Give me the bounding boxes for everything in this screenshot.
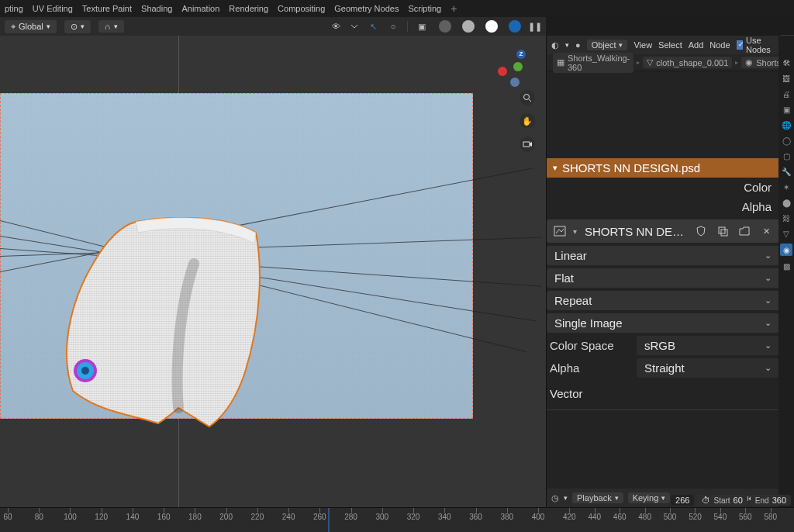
axis-x-icon[interactable] — [498, 67, 507, 76]
particle-tab-icon[interactable]: ✶ — [781, 181, 792, 192]
shading-wireframe-icon[interactable] — [439, 20, 451, 33]
crumb-data[interactable]: ▽ cloth_shape_0.001 — [643, 57, 732, 68]
source-dropdown[interactable]: Single Image⌄ — [547, 313, 779, 333]
menu-select[interactable]: Select — [658, 40, 682, 50]
world-tab-icon[interactable]: ◯ — [781, 135, 792, 146]
unlink-x-icon[interactable]: ✕ — [758, 223, 775, 240]
image-texture-node[interactable]: ▾ SHORTS NN DESIGN.psd Color Alpha ▾ SHO… — [547, 158, 779, 410]
tool-tab-icon[interactable]: 🛠 — [781, 57, 792, 68]
dropdown-arrow-icon[interactable] — [350, 22, 359, 31]
axis-y-icon[interactable] — [513, 62, 523, 71]
constraint-tab-icon[interactable]: ⛓ — [781, 212, 792, 223]
image-name-field[interactable]: SHORTS NN DE… — [582, 225, 688, 238]
workspace-tab[interactable]: Scripting — [408, 4, 441, 13]
gizmo-toggle-icon[interactable]: ↖ — [367, 20, 379, 33]
nav-gizmo[interactable]: Z — [495, 48, 533, 87]
workspace-tab[interactable]: Compositing — [278, 4, 325, 13]
copy-id-icon[interactable] — [714, 223, 731, 240]
material-globe-icon[interactable]: ● — [575, 39, 581, 51]
current-frame-chip[interactable]: 266 — [671, 495, 694, 506]
timeline[interactable]: 6080100120140160180200220240260280300320… — [0, 507, 794, 532]
orientation-dropdown[interactable]: ⌖ Global ▾ — [5, 20, 57, 33]
ruler-tick: 420 — [563, 513, 576, 521]
pan-hand-icon[interactable]: ✋ — [520, 113, 535, 129]
camera-view-icon[interactable] — [520, 136, 535, 152]
ruler-tick: 120 — [95, 513, 108, 521]
workspace-tab[interactable]: Animation — [181, 4, 219, 13]
data-tab-icon[interactable]: ▽ — [781, 228, 792, 239]
shading-matpreview-icon[interactable] — [485, 20, 498, 33]
end-value: 360 — [772, 496, 786, 505]
menu-add[interactable]: Add — [689, 40, 704, 50]
output-tab-icon[interactable]: 🖨 — [781, 88, 792, 99]
workspace-tab[interactable]: pting — [5, 4, 23, 13]
chevron-down-icon[interactable]: ▾ — [573, 227, 577, 236]
alpha-dropdown[interactable]: Straight⌄ — [637, 358, 779, 378]
editor-type-icon[interactable]: ◐ — [551, 39, 559, 51]
material-tab-icon[interactable]: ◉ — [780, 244, 792, 256]
pivot-dropdown[interactable]: ⊙ ▾ — [64, 20, 91, 33]
scene-tab-icon[interactable]: 🌐 — [781, 119, 792, 130]
workspace-tab[interactable]: Geometry Nodes — [334, 4, 399, 13]
viewport-3d[interactable]: Options ˅ — [0, 36, 546, 507]
pause-render-icon[interactable]: ❚❚ — [529, 20, 541, 33]
interpolation-dropdown[interactable]: Linear⌄ — [547, 246, 779, 265]
timeline-ruler-left[interactable]: 6080100120140160180200220240260280300320… — [0, 508, 546, 532]
ruler-tick: 200 — [219, 513, 233, 521]
ruler-tick: 520 — [689, 513, 702, 521]
collapse-chevron-icon[interactable]: ▾ — [553, 163, 558, 173]
mesh-shorts[interactable] — [62, 217, 264, 434]
node-output-color[interactable]: Color — [547, 178, 779, 197]
axis-z-icon[interactable]: Z — [516, 50, 526, 59]
texture-tab-icon[interactable]: ▩ — [781, 261, 792, 271]
zoom-icon[interactable] — [520, 90, 535, 105]
node-output-alpha[interactable]: Alpha — [547, 197, 779, 216]
visibility-eye-icon[interactable]: 👁 — [330, 20, 342, 33]
modifier-tab-icon[interactable]: 🔧 — [781, 166, 792, 177]
chevron-down-icon[interactable]: ▾ — [565, 41, 569, 49]
shading-solid-icon[interactable] — [462, 20, 475, 33]
menu-view[interactable]: View — [633, 40, 652, 50]
shader-editor-header: ◐ ▾ ● Object ▾ View Select Add Node Use … — [547, 36, 794, 54]
menu-node[interactable]: Node — [709, 40, 730, 50]
add-workspace-icon[interactable]: + — [451, 3, 457, 14]
chevron-down-icon: ▾ — [619, 41, 623, 49]
options-dropdown[interactable]: Options ˅ — [495, 36, 540, 37]
chevron-down-icon: ▾ — [81, 22, 85, 30]
workspace-tab[interactable]: Texture Paint — [82, 4, 132, 13]
ruler-tick: 480 — [638, 513, 651, 521]
range-end-chip[interactable]: End 360 — [751, 495, 791, 506]
crumb-object[interactable]: ▦ Shorts_Walking-360 — [553, 53, 633, 73]
extension-dropdown[interactable]: Repeat⌄ — [547, 291, 779, 310]
ruler-tick: 80 — [35, 513, 43, 521]
node-header[interactable]: ▾ SHORTS NN DESIGN.psd — [547, 158, 779, 178]
axis-neg-icon[interactable] — [510, 78, 520, 87]
physics-tab-icon[interactable]: ⬤ — [781, 197, 792, 208]
node-input-vector[interactable]: Vector — [547, 384, 779, 403]
ruler-tick: 400 — [532, 513, 545, 521]
timeline-ruler-right[interactable]: 266 ⏱ Start 60 End 360 42044046048050052… — [546, 508, 794, 532]
xray-toggle-icon[interactable]: ▣ — [416, 20, 428, 33]
workspace-tab[interactable]: Shading — [141, 4, 172, 13]
mesh-icon: ▦ — [557, 57, 564, 67]
render-tab-icon[interactable]: 🖼 — [781, 73, 792, 84]
crumb-sep-icon: ▸ — [637, 59, 640, 66]
snap-dropdown[interactable]: ∩ ▾ — [98, 20, 124, 33]
range-start-chip[interactable]: ⏱ Start 60 — [697, 495, 747, 506]
use-nodes-checkbox[interactable]: Use Nodes — [737, 36, 774, 54]
object-tab-icon[interactable]: ▢ — [781, 150, 792, 161]
chevron-down-icon: ⌄ — [765, 340, 772, 351]
shading-rendered-icon[interactable] — [509, 20, 521, 33]
dropdown-value: Repeat — [554, 294, 592, 307]
overlays-toggle-icon[interactable]: ○ — [387, 20, 399, 33]
workspace-tab[interactable]: Rendering — [229, 4, 268, 13]
shader-mode-dropdown[interactable]: Object ▾ — [587, 40, 628, 50]
open-file-icon[interactable] — [736, 223, 753, 240]
viewlayer-tab-icon[interactable]: ▣ — [781, 104, 792, 115]
image-picker-icon[interactable] — [551, 223, 568, 240]
projection-dropdown[interactable]: Flat⌄ — [547, 268, 779, 288]
node-breadcrumb: ▦ Shorts_Walking-360 ▸ ▽ cloth_shape_0.0… — [547, 54, 794, 71]
colorspace-dropdown[interactable]: sRGB⌄ — [637, 336, 779, 355]
workspace-tab[interactable]: UV Editing — [33, 4, 73, 13]
fake-user-shield-icon[interactable] — [692, 223, 709, 240]
